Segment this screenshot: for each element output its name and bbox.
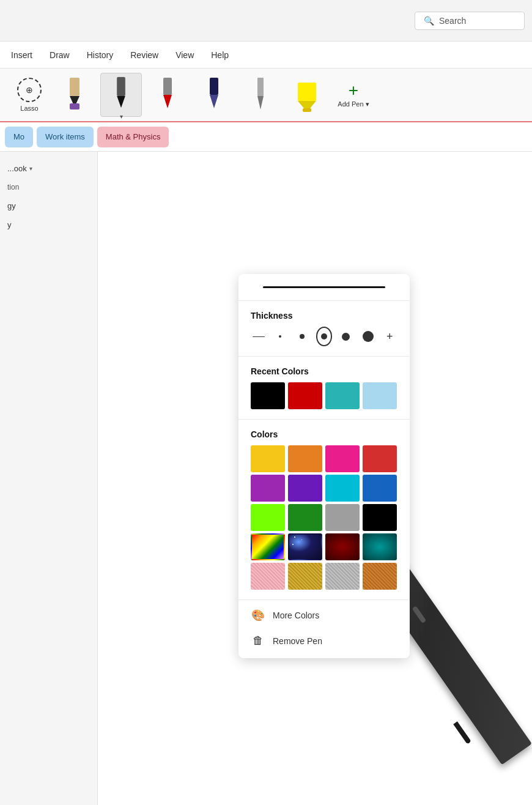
menu-insert[interactable]: Insert: [10, 48, 34, 62]
notebook-header[interactable]: ...ook ▾: [0, 159, 97, 178]
menu-history[interactable]: History: [86, 48, 115, 62]
divider-3: [238, 419, 410, 420]
add-pen-button[interactable]: + Add Pen ▾: [333, 73, 374, 117]
pen-4-icon: [205, 76, 223, 113]
color-lime[interactable]: [251, 504, 285, 531]
sidebar-section-1: tion: [0, 178, 97, 196]
menu-view[interactable]: View: [174, 48, 195, 62]
svg-rect-8: [210, 78, 218, 95]
thickness-option-plus[interactable]: +: [382, 327, 397, 346]
thickness-option-3[interactable]: [294, 327, 310, 346]
add-pen-plus-icon: +: [349, 82, 358, 99]
search-icon: 🔍: [424, 16, 434, 26]
pen-tool-4[interactable]: [193, 73, 235, 117]
svg-marker-5: [117, 96, 125, 108]
colors-title: Colors: [251, 429, 397, 439]
color-purple[interactable]: [251, 475, 285, 502]
notebook-chevron-icon: ▾: [29, 165, 32, 172]
pen-2-icon: [110, 76, 132, 114]
search-label: Search: [439, 16, 466, 26]
divider-1: [238, 300, 410, 301]
thickness-option-4[interactable]: [316, 327, 332, 346]
color-pink-pencil[interactable]: [251, 563, 285, 590]
pen-tool-1[interactable]: [54, 73, 95, 117]
thickness-dot-2: [279, 335, 281, 338]
recent-color-black[interactable]: [251, 382, 285, 409]
sidebar-item-y[interactable]: y: [0, 215, 97, 234]
menu-draw[interactable]: Draw: [48, 48, 71, 62]
pen-dropdown-arrow: ▾: [120, 113, 123, 120]
svg-rect-2: [70, 103, 79, 109]
recent-color-lightblue[interactable]: [363, 382, 397, 409]
color-gray[interactable]: [325, 504, 360, 531]
menu-help[interactable]: Help: [210, 48, 230, 62]
svg-marker-11: [257, 96, 264, 109]
thickness-dot-6: [363, 331, 374, 342]
colors-grid: [251, 445, 397, 590]
tab-mo[interactable]: Mo: [5, 127, 33, 147]
pen-preview-line: [263, 286, 385, 288]
color-cyan[interactable]: [325, 475, 360, 502]
color-dark-blue[interactable]: [363, 475, 397, 502]
color-silver-texture[interactable]: [325, 563, 360, 590]
svg-rect-4: [117, 77, 125, 96]
thickness-dot-4: [321, 333, 327, 339]
search-box[interactable]: 🔍 Search: [415, 12, 525, 30]
recent-colors-section: Recent Colors: [238, 359, 410, 417]
color-galaxy[interactable]: [288, 533, 322, 560]
notebook-label: ...ook: [7, 164, 27, 173]
sidebar: ...ook ▾ tion gy y: [0, 152, 98, 805]
divider-4: [238, 599, 410, 600]
top-bar: 🔍 Search: [0, 0, 532, 42]
color-green[interactable]: [288, 504, 322, 531]
svg-rect-0: [70, 78, 79, 96]
thickness-section: Thickness: [238, 303, 410, 354]
thickness-option-1[interactable]: [251, 327, 267, 346]
pen-tool-5[interactable]: [240, 73, 281, 117]
pen-5-icon: [251, 76, 270, 113]
menu-bar: Insert Draw History Review View Help: [0, 42, 532, 69]
menu-review[interactable]: Review: [129, 48, 160, 62]
thickness-dot-5: [342, 333, 350, 341]
recent-colors-grid: [251, 382, 397, 409]
lasso-label: Lasso: [20, 105, 38, 112]
more-colors-button[interactable]: 🎨 More Colors: [238, 603, 410, 628]
pen-tool-2[interactable]: ▾: [100, 73, 142, 117]
color-hotpink[interactable]: [325, 445, 360, 472]
color-red[interactable]: [363, 445, 397, 472]
lasso-tool[interactable]: Lasso: [10, 73, 49, 117]
pen-3-icon: [158, 76, 177, 113]
color-rainbow[interactable]: [251, 533, 285, 560]
tabs-row: Mo Work items Math & Physics: [0, 122, 532, 152]
toolbar: Lasso ▾: [0, 69, 532, 122]
thickness-dot-3: [300, 334, 305, 339]
recent-colors-title: Recent Colors: [251, 366, 397, 376]
thickness-option-6[interactable]: [360, 327, 376, 346]
remove-pen-label: Remove Pen: [273, 636, 322, 646]
color-orange[interactable]: [288, 445, 322, 472]
thickness-row: +: [251, 327, 397, 346]
tab-work-items[interactable]: Work items: [37, 127, 94, 147]
color-gold-texture[interactable]: [288, 563, 322, 590]
color-teal-texture[interactable]: [363, 533, 397, 560]
remove-pen-button[interactable]: 🗑 Remove Pen: [238, 628, 410, 653]
recent-color-teal[interactable]: [325, 382, 360, 409]
tab-math-physics[interactable]: Math & Physics: [97, 127, 169, 147]
pen-6-icon: [294, 76, 320, 113]
color-dark-purple[interactable]: [288, 475, 322, 502]
thickness-option-5[interactable]: [338, 327, 354, 346]
thickness-option-2[interactable]: [273, 327, 289, 346]
svg-rect-10: [257, 78, 264, 96]
color-yellow[interactable]: [251, 445, 285, 472]
thickness-title: Thickness: [251, 311, 397, 321]
color-black[interactable]: [363, 504, 397, 531]
more-colors-label: More Colors: [273, 610, 319, 620]
colors-section: Colors: [238, 422, 410, 597]
pen-tool-3[interactable]: [147, 73, 188, 117]
pen-tool-6[interactable]: [286, 73, 328, 117]
sidebar-item-gy[interactable]: gy: [0, 196, 97, 215]
color-dark-red-texture[interactable]: [325, 533, 360, 560]
recent-color-red[interactable]: [288, 382, 322, 409]
color-orange-texture[interactable]: [363, 563, 397, 590]
stylus-button-detail: [412, 606, 427, 623]
